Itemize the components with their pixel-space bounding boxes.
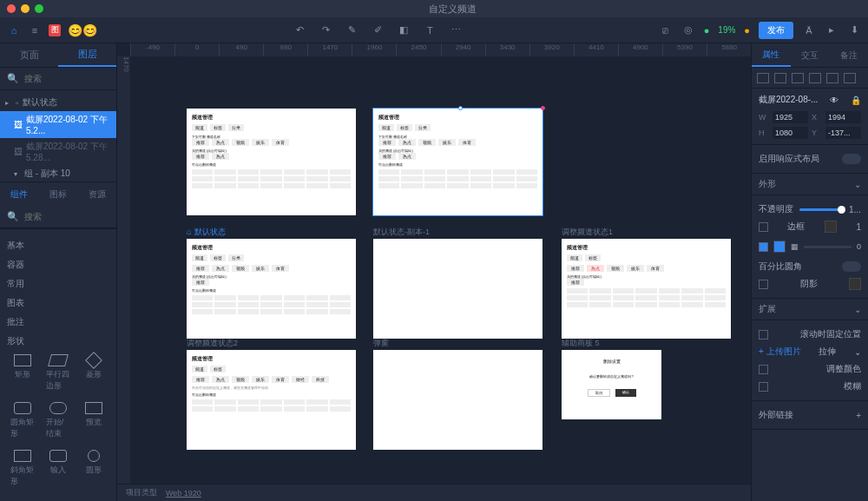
shape-circle[interactable]: 圆形 — [77, 446, 109, 491]
shape-preset[interactable]: 预览 — [77, 399, 109, 443]
artboard-label[interactable]: 默认状态-副本-1 — [373, 227, 430, 238]
align-right-icon[interactable] — [792, 73, 804, 83]
close-window[interactable] — [7, 4, 16, 13]
cat-annotation[interactable]: 批注 — [7, 313, 109, 332]
tab-pages[interactable]: 页面 — [0, 43, 58, 67]
tab-components[interactable]: 组件 — [0, 182, 39, 206]
tab-layers[interactable]: 图层 — [58, 43, 116, 67]
fill-style-icon[interactable]: ▦ — [791, 242, 799, 251]
adjust-color-checkbox[interactable] — [759, 365, 768, 374]
shadow-checkbox[interactable] — [759, 280, 768, 289]
shape-parallelogram[interactable]: 平行四边形 — [43, 351, 75, 395]
fill-checkbox[interactable] — [759, 242, 768, 252]
extend-header[interactable]: 扩展⌄ — [752, 299, 868, 320]
layer-icon[interactable]: ◧ — [397, 23, 411, 37]
artboard-label[interactable]: ⌂ 默认状态 — [187, 227, 226, 238]
artboard[interactable]: 频道管理 频道标签分类 下架可删 频道名称 推荐热点视频娱乐体育 我的频道 (点… — [187, 109, 356, 215]
shadow-swatch[interactable] — [849, 278, 861, 290]
target-icon[interactable]: ◎ — [681, 23, 695, 37]
home-icon[interactable]: ⌂ — [7, 23, 21, 37]
play-icon[interactable]: ▸ — [825, 23, 838, 37]
traffic-lights — [7, 4, 43, 13]
align-middle-icon[interactable] — [826, 73, 838, 83]
add-link-button[interactable]: + — [856, 411, 861, 420]
text-icon[interactable]: T — [423, 23, 437, 37]
more-icon[interactable]: ⋯ — [449, 23, 463, 37]
artboard-label[interactable]: 调整频道状态1 — [562, 227, 613, 238]
responsive-toggle[interactable] — [842, 154, 861, 164]
artboard-label[interactable]: 辅助画板 5 — [562, 338, 600, 349]
align-top-icon[interactable] — [809, 73, 821, 83]
component-tabs: 组件 图标 资源 — [0, 181, 116, 206]
layer-item[interactable]: 🖼截屏2022-08-02 下午5.28... — [0, 138, 116, 165]
artboard-selected[interactable]: 频道管理 频道标签分类 下架可删 频道名称 推荐热点视频娱乐体育 我的频道 (点… — [373, 109, 542, 215]
align-bottom-icon[interactable] — [844, 73, 856, 83]
maximize-window[interactable] — [35, 4, 43, 13]
tab-attributes[interactable]: 属性 — [752, 43, 791, 67]
appearance-header[interactable]: 外形⌄ — [752, 174, 868, 195]
radius-toggle[interactable] — [842, 261, 861, 272]
search-icon: 🔍 — [7, 211, 19, 222]
align-left-icon[interactable] — [757, 73, 769, 83]
shape-diamond[interactable]: 菱形 — [77, 351, 109, 395]
layer-item[interactable]: ▸▫默认状态 — [0, 94, 116, 111]
artboard-label[interactable]: 调整频道状态2 — [187, 338, 238, 349]
tab-notes[interactable]: 备注 — [829, 43, 868, 67]
menu-icon[interactable]: ≡ — [28, 23, 42, 37]
minimize-window[interactable] — [21, 4, 30, 13]
ai-icon[interactable]: Ä — [802, 23, 816, 37]
project-type-value[interactable]: Web 1920 — [166, 489, 201, 498]
publish-button[interactable]: 发布 — [759, 22, 793, 39]
artboard[interactable]: 弹窗 — [373, 350, 542, 450]
app-icon[interactable]: 图 — [49, 24, 61, 36]
responsive-section: 启用响应式布局 — [752, 145, 868, 174]
cat-basic[interactable]: 基本 — [7, 236, 109, 255]
zoom-percent[interactable]: 19% — [718, 25, 735, 35]
tile-checkbox[interactable] — [759, 382, 768, 392]
shape-input[interactable]: 输入 — [43, 446, 75, 491]
redo-icon[interactable]: ↷ — [319, 23, 332, 37]
artboard[interactable]: 默认状态-副本-1 — [373, 239, 542, 339]
shape-rounded-rect[interactable]: 圆角矩形 — [7, 399, 39, 443]
tab-icons[interactable]: 图标 — [39, 182, 78, 206]
collab-avatars[interactable]: 😊😊 — [68, 23, 97, 37]
y-input[interactable] — [825, 127, 861, 139]
height-input[interactable] — [773, 127, 808, 139]
pen-icon[interactable]: ✎ — [345, 23, 358, 37]
warning-icon[interactable]: ● — [744, 25, 750, 36]
layer-item[interactable]: 🖼截屏2022-08-02 下午5.2... — [0, 111, 116, 138]
artboard[interactable]: ⌂ 默认状态 频道管理 频道标签分类 推荐热点视频娱乐体育 我的频道 (点击可编… — [187, 239, 356, 339]
align-center-icon[interactable] — [774, 73, 786, 83]
shape-rect[interactable]: 矩形 — [7, 351, 39, 395]
lock-icon[interactable]: 🔒 — [851, 96, 861, 105]
fill-swatch[interactable] — [773, 241, 786, 253]
upload-image-link[interactable]: + 上传图片 — [759, 346, 801, 358]
canvas[interactable]: -490049098014701960245029403430392044104… — [117, 43, 751, 501]
tab-assets[interactable]: 资源 — [77, 182, 116, 206]
shape-pill[interactable]: 开始/结束 — [43, 399, 75, 443]
opacity-slider[interactable] — [799, 208, 843, 211]
sync-icon[interactable]: ● — [704, 25, 710, 36]
layer-item[interactable]: ▾组 - 副本 10 — [0, 165, 116, 181]
brush-icon[interactable]: ✐ — [371, 23, 385, 37]
artboard[interactable]: 辅助画板 5 删除设置 确认要删除该自定义频道吗? 取消 确认 — [562, 350, 661, 419]
border-swatch[interactable] — [825, 221, 837, 233]
fixscroll-checkbox[interactable] — [759, 330, 768, 339]
cat-shape[interactable]: 形状 — [7, 332, 109, 351]
width-input[interactable] — [773, 111, 808, 123]
download-icon[interactable]: ⬇ — [847, 23, 861, 37]
right-tabs: 属性 交互 备注 — [752, 43, 868, 68]
border-checkbox[interactable] — [759, 222, 768, 232]
artboard-label[interactable]: 弹窗 — [373, 338, 389, 349]
cat-chart[interactable]: 图表 — [7, 293, 109, 313]
view-icon[interactable]: ⎚ — [659, 23, 673, 37]
undo-icon[interactable]: ↶ — [293, 23, 306, 37]
artboard[interactable]: 调整频道状态2 频道管理 频道标签 推荐热点视频娱乐体育财经科技 暂无可添加的自… — [187, 350, 356, 450]
cat-common[interactable]: 常用 — [7, 274, 109, 293]
x-input[interactable] — [825, 111, 861, 123]
artboard[interactable]: 调整频道状态1 频道管理 频道标签 推荐热点视频娱乐体育 我的频道 (点击可编辑… — [562, 239, 731, 339]
visibility-icon[interactable]: 👁 — [830, 96, 838, 105]
tab-interactions[interactable]: 交互 — [791, 43, 830, 67]
cat-container[interactable]: 容器 — [7, 255, 109, 274]
shape-bevel-rect[interactable]: 斜角矩形 — [7, 446, 39, 491]
